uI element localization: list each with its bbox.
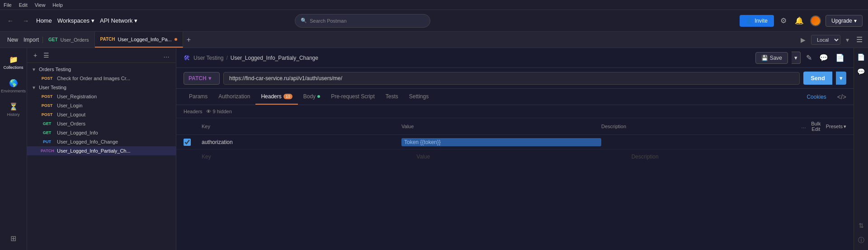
method-selector[interactable]: PATCH ▾ <box>184 72 220 85</box>
tab-settings[interactable]: Settings <box>404 89 434 105</box>
workspaces-button[interactable]: Workspaces ▾ <box>57 17 94 24</box>
comment-icon[interactable]: 💬 <box>817 52 830 64</box>
tab-dirty-indicator <box>175 38 177 41</box>
value-input-placeholder[interactable]: Value <box>416 154 631 160</box>
tree-group-orders-testing: ▼ Orders Testing POST Check for Order an… <box>27 65 176 83</box>
tab-chevron-right-icon[interactable]: ▾ <box>844 34 851 45</box>
tree-item-user-login[interactable]: POST User_Login <box>27 101 176 110</box>
save-button[interactable]: 💾 Save <box>755 52 788 64</box>
tab-authorization[interactable]: Authorization <box>213 89 255 105</box>
presets-button[interactable]: Presets ▾ <box>826 124 846 130</box>
save-dropdown-button[interactable]: ▾ <box>792 52 801 64</box>
new-button[interactable]: New <box>7 37 18 43</box>
sidebar-item-more[interactable]: ⊞ <box>1 231 26 246</box>
header-checkbox[interactable] <box>184 139 191 146</box>
body-dot-indicator <box>317 95 320 98</box>
tab-user-logged-info[interactable]: PATCH User_Logged_Info_Pa... <box>95 32 183 48</box>
method-badge-patch: PATCH <box>40 148 54 154</box>
search-icon: 🔍 <box>301 18 307 24</box>
tab-tests[interactable]: Tests <box>380 89 404 105</box>
more-icon: ⊞ <box>10 234 16 243</box>
connections-icon[interactable]: ⇅ <box>857 220 866 231</box>
forward-button[interactable]: → <box>21 15 31 26</box>
bulk-edit-button[interactable]: Bulk Edit <box>810 121 822 132</box>
item-name: User_Logged_Info_Partialy_Ch... <box>57 148 131 154</box>
chat-icon[interactable]: 💬 <box>855 66 867 77</box>
tab-label: User_Logged_Info_Pa... <box>118 37 172 42</box>
sidebar-item-environments[interactable]: 🌎 Environments <box>1 75 26 97</box>
invite-button[interactable]: 👤 Invite <box>740 15 774 27</box>
tree-item-user-registration[interactable]: POST User_Registration <box>27 92 176 101</box>
tree-group-header-orders-testing[interactable]: ▼ Orders Testing <box>27 65 176 74</box>
sidebar-label-history: History <box>7 112 19 117</box>
header-right: 👤 Invite ⚙ 🔔 Upgrade ▾ <box>740 14 863 27</box>
tabs-container: GET User_Orders PATCH User_Logged_Info_P… <box>43 32 194 48</box>
breadcrumb-workspace-link[interactable]: User Testing <box>193 55 223 61</box>
item-name: User_Logged_Info <box>57 130 98 135</box>
send-button[interactable]: Send <box>803 72 832 85</box>
url-input[interactable] <box>223 72 800 85</box>
avatar[interactable] <box>810 15 821 26</box>
desc-input-placeholder[interactable]: Description <box>632 154 846 160</box>
edit-icon[interactable]: ✎ <box>804 52 814 64</box>
tab-params[interactable]: Params <box>184 89 213 105</box>
tree-item-check-order[interactable]: POST Check for Order and Images Cr... <box>27 74 176 83</box>
new-import-area: New Import <box>4 37 43 43</box>
save-icon: 💾 <box>761 55 768 61</box>
panel-toolbar: + ☰ … <box>27 48 176 63</box>
tab-method-badge: GET <box>48 37 58 42</box>
info-icon[interactable]: 📄 <box>834 52 846 64</box>
home-button[interactable]: Home <box>36 17 52 24</box>
menu-file[interactable]: File <box>4 2 12 8</box>
upgrade-button[interactable]: Upgrade ▾ <box>826 15 863 27</box>
more-options-icon[interactable]: … <box>801 124 806 129</box>
chevron-down-icon: ▾ <box>854 18 857 24</box>
col-value: Value <box>401 124 601 129</box>
import-button[interactable]: Import <box>24 37 39 43</box>
environment-selector[interactable]: Local <box>811 35 840 45</box>
sidebar-item-history[interactable]: ⏳ History <box>1 99 26 120</box>
menu-edit[interactable]: Edit <box>19 2 28 8</box>
tab-method-badge: PATCH <box>100 37 115 42</box>
eye-icon: 👁 <box>206 109 211 114</box>
tab-user-orders[interactable]: GET User_Orders <box>43 32 95 48</box>
key-input-placeholder[interactable]: Key <box>202 154 416 160</box>
add-tab-button[interactable]: + <box>183 36 194 44</box>
sidebar-toggle-icon[interactable]: ☰ <box>854 34 864 46</box>
tree-item-user-logged-info-partialy[interactable]: PATCH User_Logged_Info_Partialy_Ch... <box>27 146 176 155</box>
settings-icon[interactable]: ⚙ <box>778 14 788 27</box>
send-dropdown-button[interactable]: ▾ <box>836 72 846 85</box>
tree-item-user-logout[interactable]: POST User_Logout <box>27 110 176 119</box>
sidebar-item-collections[interactable]: 📁 Collections <box>1 52 26 73</box>
search-bar[interactable]: 🔍 Search Postman <box>295 14 430 28</box>
info-circle-icon[interactable]: ⓘ <box>856 235 866 246</box>
breadcrumb-separator: / <box>226 55 227 61</box>
tree-group-header-user-testing[interactable]: ▼ User Testing <box>27 83 176 92</box>
bell-icon[interactable]: 🔔 <box>793 14 806 27</box>
tree-item-user-logged-info-change[interactable]: PUT User_Logged_Info_Change <box>27 137 176 146</box>
back-button[interactable]: ← <box>5 15 15 26</box>
tab-body[interactable]: Body <box>298 89 326 105</box>
tab-right-area: ▶ Local ▾ ☰ <box>799 34 864 46</box>
collections-tree: ▼ Orders Testing POST Check for Order an… <box>27 63 176 250</box>
left-sidebar: 📁 Collections 🌎 Environments ⏳ History ⊞ <box>0 48 27 250</box>
item-name: User_Login <box>57 103 82 108</box>
document-icon[interactable]: 📄 <box>855 52 867 62</box>
api-network-button[interactable]: API Network ▾ <box>100 17 137 24</box>
tree-item-user-orders[interactable]: GET User_Orders <box>27 119 176 128</box>
menu-help[interactable]: Help <box>52 2 63 8</box>
chevron-down-icon: ▾ <box>134 17 137 24</box>
header-row: authorization Token {{token}} <box>176 135 854 149</box>
item-name: User_Orders <box>57 121 85 126</box>
method-badge-post: POST <box>40 112 54 117</box>
tab-pre-request-script[interactable]: Pre-request Script <box>326 89 380 105</box>
tab-chevron-left-icon[interactable]: ▶ <box>799 34 807 45</box>
more-options-button[interactable]: … <box>161 51 171 60</box>
menu-view[interactable]: View <box>35 2 46 8</box>
headers-table-header: Key Value Description … Bulk Edit Preset… <box>176 118 854 135</box>
tree-item-user-logged-info[interactable]: GET User_Logged_Info <box>27 128 176 137</box>
add-collection-button[interactable]: + <box>32 51 39 60</box>
tab-headers[interactable]: Headers 10 <box>255 89 297 105</box>
list-view-button[interactable]: ☰ <box>42 51 51 60</box>
cookies-button[interactable]: Cookies </> <box>807 93 846 101</box>
